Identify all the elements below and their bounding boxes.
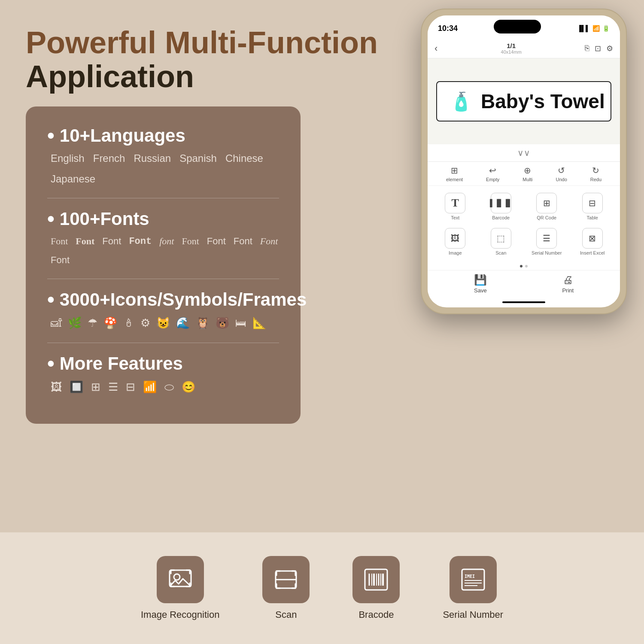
label-icon: 🧴 <box>450 91 472 112</box>
redo-label: Redu <box>590 177 601 182</box>
multi-label: Multi <box>522 177 532 182</box>
toolbar-undo[interactable]: ↺ Undo <box>556 165 567 182</box>
page-number: 1/1 <box>501 42 522 49</box>
status-time: 10:34 <box>438 24 458 33</box>
grid-scan[interactable]: ⬚ Scan <box>479 225 524 259</box>
bottom-feature-image: Image Recognition <box>141 556 219 620</box>
lang-japanese: Japanese <box>51 173 95 185</box>
barcode-feature-icon <box>352 556 400 603</box>
lang-russian: Russian <box>134 152 171 164</box>
icons-list: 🛋 🌿 ☂ 🍄 🕯 ⚙ 😺 🌊 🦉 🐻 🛏 📐 <box>47 316 279 330</box>
grid-icons: T Text ▌▐▌▐▌ Barcode ⊞ QR Code ⊟ Table <box>428 186 620 262</box>
print-label: Print <box>562 287 574 294</box>
pagination-dots <box>428 262 620 270</box>
serial-label: Serial Number <box>532 250 562 255</box>
app-header-actions: ⎘ ⊡ ⚙ <box>585 44 613 53</box>
table-icon: ⊟ <box>582 193 603 213</box>
dot-1 <box>520 265 522 267</box>
back-button[interactable]: ‹ <box>434 43 437 54</box>
empty-icon: ↩ <box>489 165 496 176</box>
save-button[interactable]: 💾 Save <box>474 274 487 294</box>
divider-3 <box>47 343 279 343</box>
settings-icon[interactable]: ⚙ <box>606 44 613 53</box>
print-button[interactable]: 🖨 Print <box>562 274 574 294</box>
icons-section: • 3000+Icons/Symbols/Frames 🛋 🌿 ☂ 🍄 🕯 ⚙ … <box>47 288 279 330</box>
save-label: Save <box>474 287 487 294</box>
scan-label: Scan <box>275 609 297 620</box>
languages-list: English French Russian Spanish Chinese J… <box>47 152 279 185</box>
grid-excel[interactable]: ⊠ Insert Excel <box>570 225 615 259</box>
signal-icon: ▐▌▌ <box>577 25 590 32</box>
fonts-title: • 100+Fonts <box>47 207 279 231</box>
scan-icon: ⬚ <box>491 228 511 249</box>
image-label: Image <box>449 250 462 255</box>
qrcode-label: QR Code <box>537 215 556 220</box>
phone-inner: 10:34 ▐▌▌ 📶 🔋 ‹ 1/1 40x14mm ⎘ ⊡ ⚙ <box>428 15 620 307</box>
redo-icon: ↻ <box>592 165 599 176</box>
image-recognition-icon <box>157 556 204 603</box>
phone-outer: 10:34 ▐▌▌ 📶 🔋 ‹ 1/1 40x14mm ⎘ ⊡ ⚙ <box>421 9 627 314</box>
more-features-list: 🖼 🔲 ⊞ ☰ ⊟ 📶 ⬭ 😊 <box>47 380 279 394</box>
copy-icon[interactable]: ⎘ <box>585 44 589 53</box>
text-label: Text <box>451 215 459 220</box>
label-preview: 🧴 Baby's Towel <box>428 58 620 144</box>
phone-mockup: 10:34 ▐▌▌ 📶 🔋 ‹ 1/1 40x14mm ⎘ ⊡ ⚙ <box>421 9 627 314</box>
lang-spanish: Spanish <box>179 152 217 164</box>
scan-label: Scan <box>495 250 506 255</box>
bottom-section: Image Recognition Scan <box>0 532 644 644</box>
app-header-center: 1/1 40x14mm <box>501 42 522 55</box>
text-icon: T <box>445 193 465 213</box>
excel-icon: ⊠ <box>582 228 603 249</box>
grid-serial[interactable]: ☰ Serial Number <box>524 225 569 259</box>
dynamic-island <box>494 20 541 33</box>
empty-label: Empty <box>486 177 499 182</box>
fonts-section: • 100+Fonts Font Font Font Font font Fon… <box>47 207 279 266</box>
barcode-label: Barcode <box>492 215 510 220</box>
bottom-feature-serial: IMEI Serial Number <box>443 556 503 620</box>
toolbar-empty[interactable]: ↩ Empty <box>486 165 499 182</box>
svg-point-1 <box>174 574 180 580</box>
languages-title: • 10+Languages <box>47 124 279 147</box>
bottom-toolbar: ⊞ element ↩ Empty ⊕ Multi ↺ Undo <box>428 161 620 303</box>
image-icon: 🖼 <box>445 228 465 249</box>
barcode-icon: ▌▐▌▐▌ <box>491 193 511 213</box>
label-text: Baby's Towel <box>481 90 605 113</box>
undo-icon: ↺ <box>558 165 565 176</box>
serial-number-label: Serial Number <box>443 609 503 620</box>
status-icons: ▐▌▌ 📶 🔋 <box>577 25 610 32</box>
chevron-down-icon: ∨∨ <box>517 148 530 158</box>
wifi-icon: 📶 <box>592 25 600 32</box>
svg-rect-12 <box>462 569 484 590</box>
divider-2 <box>47 279 279 279</box>
qrcode-icon: ⊞ <box>536 193 557 213</box>
app-header: ‹ 1/1 40x14mm ⎘ ⊡ ⚙ <box>428 39 620 58</box>
zoom-icon[interactable]: ⊡ <box>595 44 601 53</box>
chevron-area[interactable]: ∨∨ <box>428 144 620 161</box>
grid-text[interactable]: T Text <box>433 189 478 224</box>
toolbar-redo[interactable]: ↻ Redu <box>590 165 601 182</box>
scan-feature-icon <box>262 556 310 603</box>
svg-text:IMEI: IMEI <box>465 574 475 579</box>
grid-image[interactable]: 🖼 Image <box>433 225 478 259</box>
bottom-feature-barcode: Bracode <box>352 556 400 620</box>
excel-label: Insert Excel <box>580 250 605 255</box>
grid-barcode[interactable]: ▌▐▌▐▌ Barcode <box>479 189 524 224</box>
table-label: Table <box>587 215 598 220</box>
toolbar-multi[interactable]: ⊕ Multi <box>522 165 532 182</box>
feature-card: • 10+Languages English French Russian Sp… <box>26 106 301 424</box>
label-dimensions: 40x14mm <box>501 49 522 55</box>
label-box: 🧴 Baby's Towel <box>436 81 611 122</box>
languages-section: • 10+Languages English French Russian Sp… <box>47 124 279 185</box>
serial-icon: ☰ <box>536 228 557 249</box>
element-label: element <box>446 177 463 182</box>
toolbar-row1: ⊞ element ↩ Empty ⊕ Multi ↺ Undo <box>428 162 620 186</box>
icons-title: • 3000+Icons/Symbols/Frames <box>47 288 279 311</box>
lang-chinese: Chinese <box>225 152 263 164</box>
print-icon: 🖨 <box>563 274 573 286</box>
image-recognition-label: Image Recognition <box>141 609 219 620</box>
toolbar-element[interactable]: ⊞ element <box>446 165 463 182</box>
save-print-bar: 💾 Save 🖨 Print <box>428 270 620 299</box>
grid-table[interactable]: ⊟ Table <box>570 189 615 224</box>
barcode-label: Bracode <box>358 609 394 620</box>
grid-qrcode[interactable]: ⊞ QR Code <box>524 189 569 224</box>
